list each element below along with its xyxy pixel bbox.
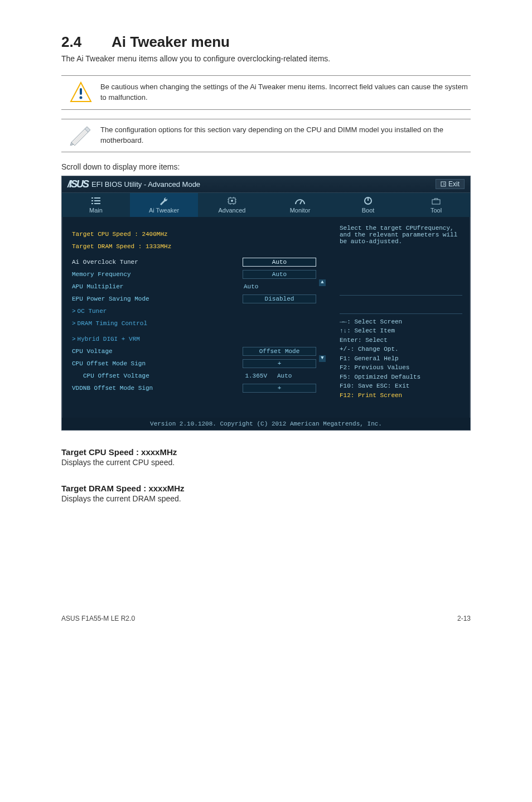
tab-advanced-label: Advanced [219,207,246,214]
power-icon [362,196,374,205]
svg-point-5 [231,200,233,202]
bios-tabs: Main Ai Tweaker Advanced Monitor Boot To… [62,193,470,217]
bios-utility-title: EFI BIOS Utility - Advanced Mode [91,180,200,189]
help-key: F10: Save ESC: Exit [340,381,462,391]
tab-main[interactable]: Main [62,193,130,217]
chevron-right-icon: > [72,336,76,342]
oc-tuner-label: OC Tuner [78,308,107,315]
oc-tuner-link[interactable]: >OC Tuner [72,305,316,317]
tab-monitor[interactable]: Monitor [266,193,334,217]
vddnb-offset-mode-sign-label: VDDNB Offset Mode Sign [72,385,243,392]
apu-multiplier-value[interactable]: Auto [240,283,316,290]
exit-label: Exit [448,180,460,188]
ai-overclock-tuner-label: Ai Overclock Tuner [72,259,243,265]
toolbox-icon [431,196,442,205]
help-key: →←: Select Screen [340,317,462,327]
tab-boot-label: Boot [362,207,375,214]
bios-logo: /ISUS EFI BIOS Utility - Advanced Mode [67,178,200,190]
cpu-offset-mode-sign-value[interactable]: + [243,359,316,368]
apu-multiplier-label: APU Multiplier [72,283,240,290]
tab-ai-tweaker-label: Ai Tweaker [149,207,179,214]
cpu-offset-mode-sign-label: CPU Offset Mode Sign [72,360,243,367]
help-key: F2: Previous Values [340,363,462,373]
bios-help-panel: Select the target CPUfrequency, and the … [332,217,470,418]
hybrid-digi-vrm-link[interactable]: >Hybrid DIGI + VRM [72,333,316,345]
help-key: Enter: Select [340,336,462,345]
bios-titlebar: /ISUS EFI BIOS Utility - Advanced Mode E… [62,176,470,193]
tab-tool-label: Tool [431,207,442,214]
tab-advanced[interactable]: Advanced [198,193,266,217]
epu-power-saving-value[interactable]: Disabled [243,294,316,303]
cpu-offset-voltage-current: 1.365V [234,373,274,379]
hybrid-digi-vrm-label: Hybrid DIGI + VRM [78,336,140,342]
tab-tool[interactable]: Tool [402,193,470,217]
wrench-icon [158,196,170,205]
section-number: 2.4 [61,33,112,51]
svg-rect-3 [441,182,446,186]
help-key: +/-: Change Opt. [340,345,462,354]
memory-frequency-value[interactable]: Auto [243,270,316,279]
caution-text: Be cautious when changing the settings o… [100,82,471,103]
asus-logo-text: /ISUS [67,178,88,190]
target-dram-speed: Target DRAM Speed : 1333MHz [72,243,316,250]
intro-text: The Ai Tweaker menu items allow you to c… [61,54,471,63]
exit-button[interactable]: Exit [436,179,465,189]
help-key: ↑↓: Select Item [340,326,462,336]
target-dram-desc: Displays the current DRAM speed. [61,494,471,503]
info-text: The configuration options for this secti… [100,125,471,146]
chip-icon [226,196,238,205]
target-cpu-desc: Displays the current CPU speed. [61,458,471,467]
cpu-offset-voltage-value[interactable]: Auto [274,373,316,379]
epu-power-saving-label: EPU Power Saving Mode [72,296,243,302]
cpu-offset-voltage-label: CPU Offset Voltage [72,373,234,379]
tab-monitor-label: Monitor [290,207,311,214]
ai-overclock-tuner-value[interactable]: Auto [243,258,316,267]
dram-timing-label: DRAM Timing Control [78,320,147,327]
caution-icon [61,81,100,104]
tab-boot[interactable]: Boot [334,193,402,217]
target-cpu-speed: Target CPU Speed : 2400MHz [72,231,316,238]
footer-page-number: 2-13 [457,615,471,622]
help-key-highlight: F12: Print Screen [340,391,462,400]
help-key-list: →←: Select Screen ↑↓: Select Item Enter:… [340,313,462,400]
cpu-voltage-value[interactable]: Offset Mode [243,347,316,356]
chevron-right-icon: > [72,320,76,327]
exit-icon [441,181,446,187]
tab-ai-tweaker[interactable]: Ai Tweaker [130,193,198,217]
gauge-icon [294,196,306,205]
memory-frequency-label: Memory Frequency [72,271,243,278]
svg-rect-7 [432,200,440,204]
help-description: Select the target CPUfrequency, and the … [340,225,462,296]
page-footer: ASUS F1A55-M LE R2.0 2-13 [61,615,471,622]
scroll-down-icon[interactable]: ▼ [319,355,326,362]
info-box: The configuration options for this secti… [61,119,471,152]
scroll-up-icon[interactable]: ▲ [319,279,326,286]
footer-product: ASUS F1A55-M LE R2.0 [61,615,135,622]
bios-footer: Version 2.10.1208. Copyright (C) 2012 Am… [62,418,470,430]
help-key: F5: Optimized Defaults [340,373,462,382]
svg-point-2 [80,96,83,99]
caution-box: Be cautious when changing the settings o… [61,75,471,110]
chevron-right-icon: > [72,308,76,315]
cpu-voltage-label: CPU Voltage [72,348,243,355]
tab-main-label: Main [89,207,103,214]
bios-settings-panel: Target CPU Speed : 2400MHz Target DRAM S… [62,217,332,418]
scroll-hint: Scroll down to display more items: [61,162,471,171]
dram-timing-link[interactable]: >DRAM Timing Control [72,317,316,330]
section-title: 2.4Ai Tweaker menu [61,33,471,51]
list-icon [90,196,101,205]
help-key: F1: General Help [340,354,462,364]
bios-window: /ISUS EFI BIOS Utility - Advanced Mode E… [61,176,471,431]
target-dram-heading: Target DRAM Speed : xxxxMHz [61,484,471,493]
target-cpu-heading: Target CPU Speed : xxxxMHz [61,447,471,457]
section-title-text: Ai Tweaker menu [112,33,230,50]
scrollbar[interactable]: ▲ ▼ [318,225,326,402]
vddnb-offset-mode-sign-value[interactable]: + [243,384,316,393]
svg-rect-1 [80,88,82,95]
note-icon [61,125,100,146]
